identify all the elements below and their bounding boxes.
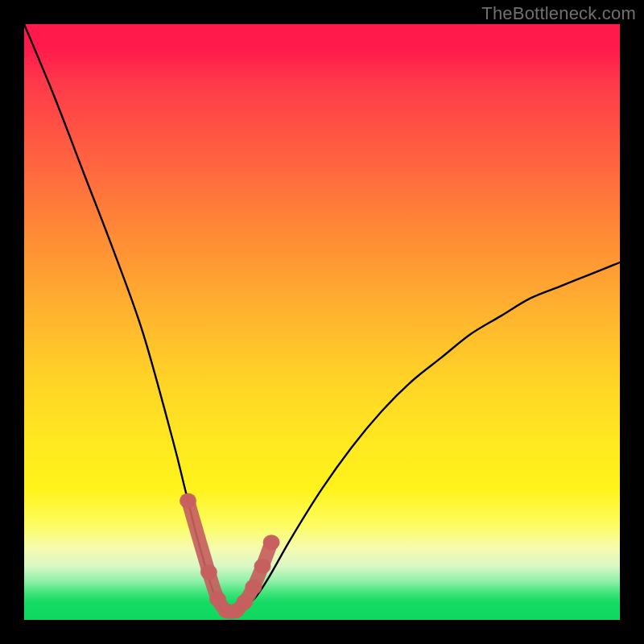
marker-point — [180, 493, 196, 509]
svg-point-5 — [236, 594, 253, 609]
marker-point — [236, 594, 253, 609]
marker-point — [263, 535, 280, 550]
marker-point — [245, 580, 262, 595]
marker-point — [200, 564, 217, 580]
svg-point-8 — [263, 535, 280, 550]
chart-svg — [24, 24, 620, 620]
svg-point-1 — [200, 564, 217, 580]
bottleneck-curve — [24, 24, 620, 614]
marker-point — [254, 559, 271, 574]
curve-layer — [24, 24, 620, 614]
marker-connector — [188, 501, 272, 613]
svg-point-0 — [180, 493, 196, 509]
marker-layer — [180, 493, 280, 619]
svg-point-6 — [245, 580, 262, 595]
svg-point-7 — [254, 559, 271, 574]
chart-frame: TheBottleneck.com — [0, 0, 644, 644]
watermark-text: TheBottleneck.com — [481, 3, 636, 24]
